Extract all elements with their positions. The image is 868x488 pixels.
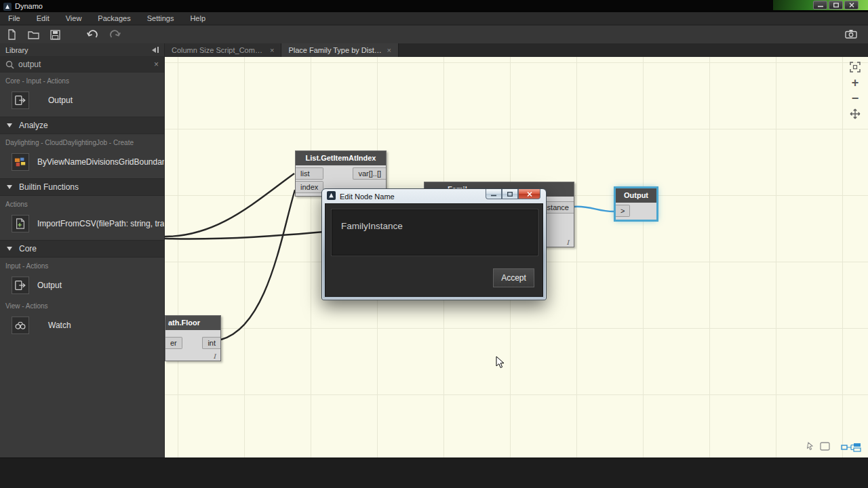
toolbar	[0, 26, 868, 43]
section-label: Builtin Functions	[19, 182, 79, 192]
port-int-output[interactable]: int	[202, 337, 220, 349]
redo-icon	[109, 30, 121, 39]
canvas-navigation-controls: + −	[849, 61, 861, 120]
lacing-indicator[interactable]: I	[566, 239, 569, 246]
library-panel: Library × Core - Input - Actions Output …	[0, 43, 165, 458]
tab-label: Column Size Script_Computatio	[172, 46, 265, 54]
zoom-out-button[interactable]: −	[849, 92, 861, 104]
dialog-maximize-button[interactable]	[502, 189, 518, 199]
library-search-box: ×	[0, 57, 164, 73]
collapse-left-icon	[152, 47, 156, 53]
maximize-icon	[833, 3, 839, 7]
camera-icon	[845, 29, 857, 39]
tab-column-size-script[interactable]: Column Size Script_Computatio ×	[165, 43, 281, 57]
port-var-output[interactable]: var[]..[]	[353, 167, 386, 180]
zoom-fit-icon	[850, 62, 861, 73]
section-label: Core	[19, 244, 37, 253]
menu-packages[interactable]: Packages	[98, 14, 130, 22]
menu-file[interactable]: File	[8, 14, 20, 22]
node-title[interactable]: ath.Floor	[165, 316, 220, 330]
library-category-label: Actions	[0, 196, 164, 211]
section-label: Analyze	[19, 121, 48, 130]
tab-place-family-type[interactable]: Place Family Type by Distance ×	[281, 43, 398, 57]
zoom-in-button[interactable]: +	[849, 77, 861, 89]
minimize-icon	[491, 192, 496, 197]
library-item-importfromcsv[interactable]: ImportFromCSV(filePath: string, tran	[0, 211, 164, 236]
zoom-fit-button[interactable]	[849, 61, 861, 73]
library-section-core[interactable]: Core	[0, 240, 164, 258]
library-collapse-button[interactable]	[152, 47, 159, 53]
window-close-button[interactable]	[844, 1, 859, 9]
tab-close-button[interactable]: ×	[270, 46, 274, 54]
save-button[interactable]	[50, 30, 60, 40]
node-math-floor[interactable]: ath.Floor er int I	[165, 315, 221, 361]
dialog-title: Edit Node Name	[340, 192, 395, 201]
pan-icon	[850, 108, 861, 119]
collapse-bar-icon	[157, 47, 159, 53]
save-icon	[50, 30, 60, 40]
lacing-indicator[interactable]: I	[213, 353, 216, 360]
pan-button[interactable]	[849, 108, 861, 120]
window-title: Dynamo	[15, 2, 43, 10]
menu-settings[interactable]: Settings	[147, 14, 174, 22]
library-item-label: Output	[37, 281, 62, 290]
library-section-analyze[interactable]: Analyze	[0, 117, 164, 134]
port-index-input[interactable]: index	[296, 181, 323, 193]
library-section-builtin-functions[interactable]: Builtin Functions	[0, 178, 164, 196]
dynamo-window: Dynamo File Edit View Packages Settings …	[0, 0, 868, 488]
search-input[interactable]	[18, 60, 150, 69]
dialog-close-button[interactable]	[518, 189, 540, 199]
node-name-field[interactable]: FamilyInstance	[332, 209, 538, 256]
wire-floor-to-index	[221, 190, 295, 340]
output-node-icon	[12, 277, 29, 294]
section-expand-icon	[7, 247, 12, 251]
status-bar	[0, 458, 868, 488]
library-item-label: ByViewNameDivisionsGridBoundan	[37, 157, 164, 167]
edit-node-name-dialog: Edit Node Name FamilyInstance Accept	[321, 188, 547, 300]
library-item-label: Output	[37, 96, 73, 105]
menu-edit[interactable]: Edit	[37, 14, 50, 22]
tab-close-button[interactable]: ×	[387, 46, 391, 54]
grid-boundary-icon	[12, 153, 29, 171]
window-maximize-button[interactable]	[829, 1, 843, 9]
library-header: Library	[0, 43, 164, 57]
library-item-watch[interactable]: Watch	[0, 312, 164, 338]
library-item-byviewname[interactable]: ByViewNameDivisionsGridBoundan	[0, 149, 164, 174]
library-item-label: Watch	[37, 321, 71, 330]
title-bar: Dynamo	[0, 0, 868, 12]
section-expand-icon	[7, 123, 12, 127]
redo-button[interactable]	[109, 30, 121, 39]
graph-layout-toggle[interactable]	[841, 443, 861, 455]
port-number-input[interactable]: er	[165, 337, 182, 349]
maximize-icon	[507, 192, 513, 197]
watch-icon	[12, 317, 29, 334]
library-category-label: Core - Input - Actions	[0, 73, 164, 87]
port-output-input[interactable]: >	[616, 205, 630, 217]
window-minimize-button[interactable]	[813, 1, 827, 9]
dialog-title-bar[interactable]: Edit Node Name	[322, 189, 546, 203]
port-list-input[interactable]: list	[296, 167, 323, 180]
accept-button[interactable]: Accept	[493, 268, 534, 287]
undo-button[interactable]	[86, 30, 98, 39]
node-title[interactable]: List.GetItemAtIndex	[296, 151, 386, 165]
menu-view[interactable]: View	[66, 14, 82, 22]
node-title[interactable]: Output	[616, 188, 656, 203]
search-clear-button[interactable]: ×	[154, 60, 159, 69]
library-item-output-2[interactable]: Output	[0, 272, 164, 298]
menu-help[interactable]: Help	[190, 14, 205, 22]
library-item-output[interactable]: Output	[0, 87, 164, 113]
open-file-button[interactable]	[28, 30, 39, 39]
search-icon	[5, 60, 14, 69]
close-icon	[527, 192, 532, 197]
new-file-button[interactable]	[7, 29, 17, 40]
dialog-minimize-button[interactable]	[486, 189, 502, 199]
geometry-view-icon	[807, 441, 831, 453]
library-item-label: ImportFromCSV(filePath: string, tran	[37, 219, 164, 228]
node-output[interactable]: Output >	[615, 188, 657, 220]
section-expand-icon	[7, 185, 12, 189]
tab-label: Place Family Type by Distance	[288, 46, 382, 54]
menu-bar: File Edit View Packages Settings Help	[0, 12, 868, 25]
geometry-view-toggle[interactable]	[807, 441, 831, 455]
export-image-button[interactable]	[845, 29, 857, 39]
library-category-label: Input - Actions	[0, 258, 164, 272]
